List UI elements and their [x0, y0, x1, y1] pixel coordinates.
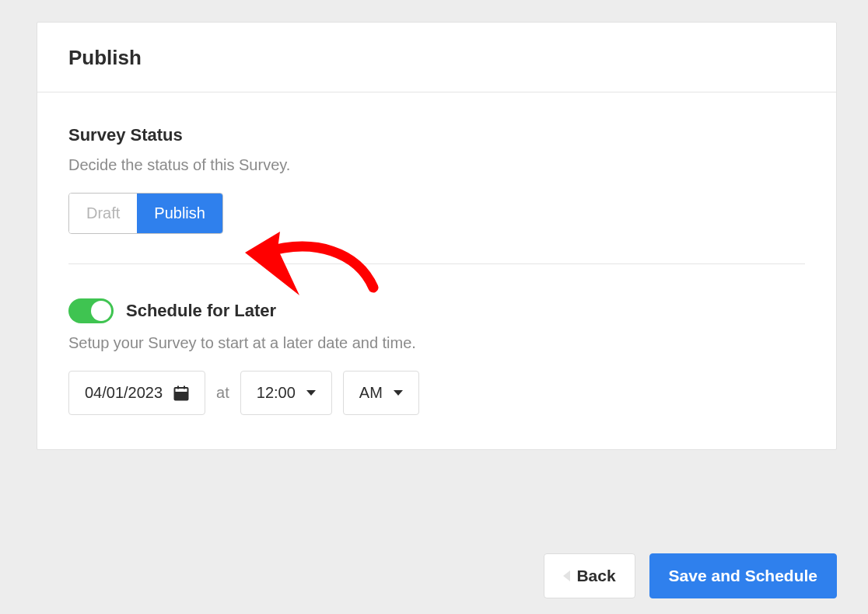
toggle-knob: [91, 301, 111, 321]
schedule-toggle[interactable]: [68, 298, 114, 323]
page-title: Publish: [68, 46, 805, 70]
ampm-field[interactable]: AM: [343, 371, 419, 415]
draft-button[interactable]: Draft: [69, 194, 137, 233]
svg-rect-1: [175, 392, 188, 400]
time-value: 12:00: [257, 384, 296, 402]
back-button-label: Back: [576, 567, 615, 585]
svg-rect-3: [184, 385, 185, 389]
date-field[interactable]: 04/01/2023: [68, 371, 205, 415]
survey-status-section: Survey Status Decide the status of this …: [68, 125, 805, 234]
schedule-toggle-row: Schedule for Later: [68, 298, 805, 323]
time-field[interactable]: 12:00: [240, 371, 332, 415]
save-and-schedule-button[interactable]: Save and Schedule: [649, 553, 837, 598]
publish-card: Publish Survey Status Decide the status …: [37, 22, 837, 450]
section-divider: [68, 263, 805, 264]
chevron-down-icon: [306, 390, 316, 396]
date-value: 04/01/2023: [85, 384, 163, 402]
footer-actions: Back Save and Schedule: [544, 553, 837, 598]
chevron-left-icon: [563, 570, 570, 581]
card-header: Publish: [37, 23, 836, 92]
svg-rect-2: [177, 385, 179, 389]
survey-status-title: Survey Status: [68, 125, 805, 145]
card-body: Survey Status Decide the status of this …: [37, 92, 836, 449]
back-button[interactable]: Back: [544, 553, 635, 598]
schedule-toggle-label: Schedule for Later: [126, 301, 276, 321]
schedule-section: Schedule for Later Setup your Survey to …: [68, 298, 805, 415]
publish-button[interactable]: Publish: [137, 194, 222, 233]
schedule-description: Setup your Survey to start at a later da…: [68, 334, 805, 352]
chevron-down-icon: [394, 390, 403, 396]
survey-status-description: Decide the status of this Survey.: [68, 156, 805, 174]
schedule-fields-row: 04/01/2023 at 12:00: [68, 371, 805, 415]
save-button-label: Save and Schedule: [669, 567, 817, 585]
status-segmented-control: Draft Publish: [68, 193, 223, 234]
ampm-value: AM: [359, 384, 383, 402]
calendar-icon: [173, 385, 189, 401]
at-label: at: [216, 384, 229, 402]
